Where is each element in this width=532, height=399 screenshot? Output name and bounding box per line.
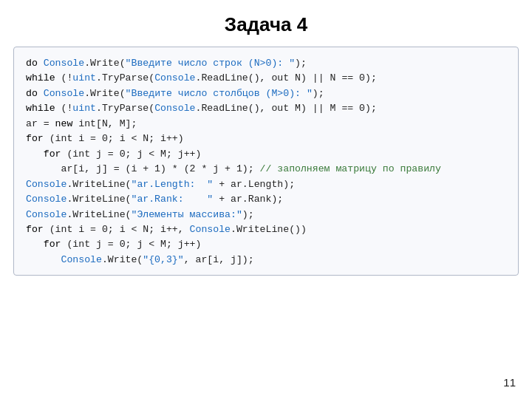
code-line-5: while (!uint.TryParse(Console.ReadLine()… — [26, 101, 506, 116]
code-line-10: ar[i, j] = (i + 1) * (2 * j + 1); // зап… — [26, 162, 506, 177]
code-line-8: for (int i = 0; i < N; i++) — [26, 132, 506, 146]
code-line-13: Console.WriteLine("ar.Rank: " + ar.Rank)… — [26, 192, 506, 207]
code-line-12: Console.WriteLine("ar.Length: " + ar.Len… — [26, 177, 506, 192]
page-number: 11 — [503, 376, 516, 389]
code-line-2: while (!uint.TryParse(Console.ReadLine()… — [26, 71, 506, 86]
code-line-15: Console.WriteLine("Элементы массива:"); — [26, 208, 506, 222]
code-line-17: for (int j = 0; j < M; j++) — [26, 237, 506, 252]
code-line-7: ar = new int[N, M]; — [26, 117, 506, 132]
code-line-4: do Console.Write("Введите число столбцов… — [26, 86, 506, 101]
code-block: do Console.Write("Введите число строк (N… — [13, 47, 519, 276]
code-line-16: for (int i = 0; i < N; i++, Console.Writ… — [26, 222, 506, 237]
page-title: Задача 4 — [0, 0, 532, 47]
code-line-9: for (int j = 0; j < M; j++) — [26, 147, 506, 162]
code-line-1: do Console.Write("Введите число строк (N… — [26, 56, 506, 71]
code-line-18: Console.Write("{0,3}", ar[i, j]); — [26, 253, 506, 267]
